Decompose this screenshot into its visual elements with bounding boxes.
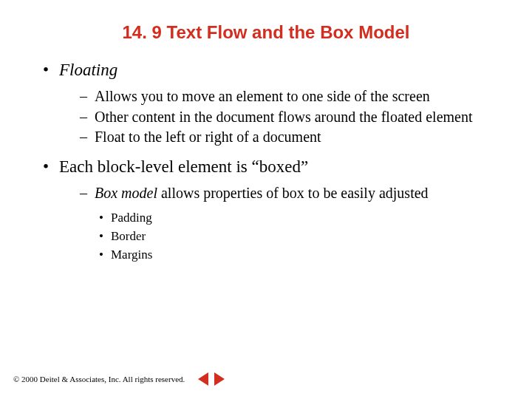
sub-item: Other content in the document flows arou… [59,108,502,127]
next-arrow-icon[interactable] [214,372,225,386]
box-model-term: Box model [95,185,157,201]
bullet-boxed: Each block-level element is “boxed” [38,157,502,177]
footer: © 2000 Deitel & Associates, Inc. All rig… [13,372,225,386]
prev-arrow-icon[interactable] [198,372,208,386]
bullet-floating: Floating [38,61,502,80]
page-title: 14. 9 Text Flow and the Box Model [0,22,532,43]
sub-item: Float to the left or right of a document [59,128,502,147]
sub-sub-item: Border [59,228,502,245]
slide-body: Floating Allows you to move an element t… [0,61,532,264]
sub-sub-item: Padding [59,210,502,227]
sub-sub-item: Margins [59,247,502,264]
box-model-desc: allows properties of box to be easily ad… [157,185,429,201]
sub-item-boxmodel: Box model allows properties of box to be… [59,184,502,203]
sub-item: Allows you to move an element to one sid… [59,87,502,106]
nav-arrows [198,372,225,386]
copyright-text: © 2000 Deitel & Associates, Inc. All rig… [13,375,185,383]
